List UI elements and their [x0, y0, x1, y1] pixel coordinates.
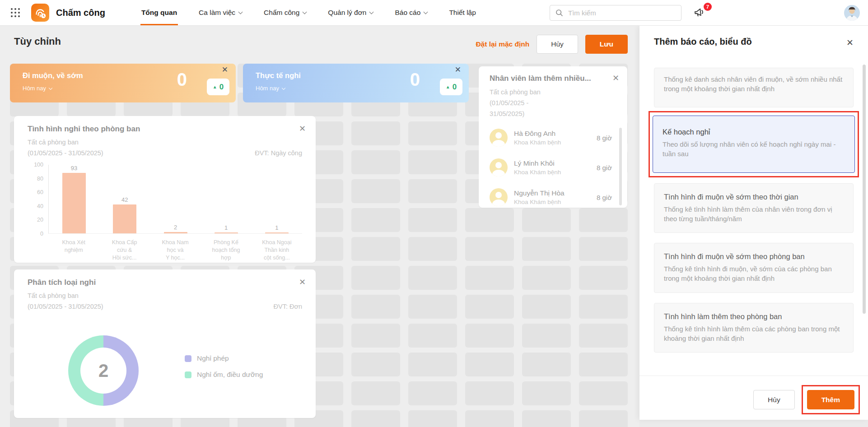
search-input[interactable] [567, 9, 676, 17]
employee-department: Khoa Khám bệnh [514, 139, 597, 146]
bar-chart: 100806040200 9342211 [28, 165, 302, 234]
panel-title: Thêm báo cáo, biểu đồ [654, 37, 752, 47]
bar [164, 232, 187, 233]
panel-add-button[interactable]: Thêm [807, 390, 854, 409]
widget-date-range: (01/05/2025 - 31/05/2025) [28, 149, 103, 157]
divider [639, 376, 868, 376]
grid-placeholder-tile [465, 266, 514, 290]
annotation-highlight: Kế hoạch nghỉTheo dõi số lượng nhân viên… [649, 111, 859, 177]
chevron-down-icon [238, 9, 243, 14]
nav-tab-label: Quản lý đơn [328, 9, 366, 17]
grid-placeholder-tile [351, 324, 400, 348]
top-navbar: Chấm công Tổng quanCa làm việcChấm côngQ… [0, 0, 868, 26]
add-report-panel: Thêm báo cáo, biểu đồ ✕ Thống kê danh sá… [639, 26, 868, 420]
grid-placeholder-tile [351, 179, 400, 203]
grid-placeholder-tile [408, 237, 457, 261]
grid-placeholder-tile [408, 150, 457, 174]
chevron-down-icon [282, 86, 285, 89]
grid-placeholder-tile [408, 324, 457, 348]
bar [215, 232, 238, 233]
bar [265, 232, 289, 233]
save-button[interactable]: Lưu [585, 35, 628, 54]
user-avatar[interactable] [844, 5, 860, 21]
legend-item: Nghỉ ốm, điều dưỡng [185, 371, 263, 379]
bar-value-label: 1 [224, 224, 228, 231]
customize-actions: Đặt lại mặc định Hủy Lưu [476, 35, 628, 54]
nav-tab-bao-cao[interactable]: Báo cáo [384, 0, 438, 25]
grid-placeholder-tile [522, 353, 571, 376]
nav-tab-label: Chấm công [264, 9, 299, 17]
close-icon[interactable]: ✕ [612, 73, 619, 83]
stat-value: 0 [410, 70, 420, 90]
period-dropdown[interactable]: Hôm nay [256, 85, 285, 92]
report-option-desc: Thống kê tình hình làm thêm của nhân viê… [664, 204, 844, 224]
stat-title: Thực tế nghỉ [256, 71, 301, 80]
grid-placeholder-tile [351, 208, 400, 232]
close-icon[interactable]: ✕ [846, 37, 854, 48]
search-icon [555, 9, 563, 17]
grid-placeholder-tile [408, 410, 457, 427]
employee-row: Lý Minh KhôiKhoa Khám bệnh8 giờ [490, 156, 612, 179]
close-icon[interactable]: ✕ [299, 277, 306, 287]
bar-value-label: 93 [71, 165, 77, 172]
scrollbar-thumb[interactable] [863, 65, 866, 314]
grid-placeholder-tile [465, 324, 514, 348]
bar [113, 204, 136, 233]
nav-tab-ca-lam-viec[interactable]: Ca làm việc [188, 0, 253, 25]
app-grid-icon[interactable] [11, 8, 20, 18]
bar-column: 1 [252, 165, 302, 233]
grid-placeholder-tile [522, 266, 571, 290]
y-axis-tick: 80 [37, 176, 43, 182]
scrollbar-thumb[interactable] [619, 128, 622, 205]
main-nav: Tổng quanCa làm việcChấm côngQuản lý đơn… [131, 0, 487, 25]
nav-tab-label: Báo cáo [395, 9, 420, 17]
y-axis-tick: 100 [34, 162, 43, 168]
grid-placeholder-tile [579, 324, 628, 348]
page-title: Tùy chỉnh [14, 36, 61, 47]
close-icon[interactable]: ✕ [299, 124, 306, 134]
bar-column: 42 [99, 165, 150, 233]
report-option-2[interactable]: Tình hình đi muộn về sớm theo thời gianT… [654, 183, 854, 233]
panel-cancel-button[interactable]: Hủy [753, 390, 795, 409]
grid-placeholder-tile [579, 237, 628, 261]
report-option-desc: Thống kê tình hình làm thêm của các phòn… [664, 324, 844, 343]
bar-value-label: 2 [174, 224, 177, 231]
nav-tab-tong-quan[interactable]: Tổng quan [131, 0, 188, 25]
grid-placeholder-tile [522, 237, 571, 261]
report-option-1[interactable]: Kế hoạch nghỉTheo dõi số lượng nhân viên… [653, 116, 855, 173]
widget-date-range: 31/05/2025) [490, 110, 524, 117]
grid-placeholder-tile [351, 266, 400, 290]
bar-category-label: Khoa Namhọc vàY học... [150, 239, 201, 262]
y-axis-tick: 20 [37, 217, 43, 223]
report-option-title: Tình hình đi muộn về sớm theo phòng ban [664, 252, 844, 261]
close-icon[interactable]: ✕ [455, 65, 461, 74]
reset-default-link[interactable]: Đặt lại mặc định [476, 40, 529, 48]
chevron-down-icon [369, 9, 374, 14]
widget-title: Nhân viên làm thêm nhiều... [490, 74, 591, 83]
bar-column: 93 [49, 165, 99, 233]
delta-badge: ▲ 0 [207, 79, 229, 95]
employee-info: Lý Minh KhôiKhoa Khám bệnh [514, 159, 597, 176]
report-option-3[interactable]: Tình hình đi muộn về sớm theo phòng banT… [654, 243, 854, 293]
search-box[interactable] [550, 5, 681, 21]
bar-category-label: Phòng Kếhoạch tổnghợp [201, 239, 251, 262]
plot-area: 9342211 [48, 165, 302, 234]
nav-tab-quan-ly-don[interactable]: Quản lý đơn [317, 0, 384, 25]
close-icon[interactable]: ✕ [222, 65, 228, 74]
report-option-0[interactable]: Thống kê danh sách nhân viên đi muộn, về… [654, 68, 854, 107]
widget-scope: Tất cả phòng ban [28, 139, 79, 146]
cancel-button[interactable]: Hủy [537, 35, 578, 54]
bar-value-label: 42 [121, 196, 128, 203]
report-option-title: Kế hoạch nghỉ [663, 128, 845, 136]
bar-category-label: Khoa Xétnghiệm [48, 239, 99, 262]
notification-button[interactable]: 7 [693, 6, 712, 21]
grid-placeholder-tile [408, 353, 457, 376]
employee-hours: 8 giờ [597, 164, 612, 172]
widget-date-range: (01/05/2025 - 31/05/2025) [28, 303, 103, 310]
app-logo-icon[interactable] [31, 4, 49, 22]
report-option-4[interactable]: Tình hình làm thêm theo phòng banThống k… [654, 303, 854, 353]
period-dropdown[interactable]: Hôm nay [23, 85, 52, 92]
nav-tab-cham-cong[interactable]: Chấm công [253, 0, 317, 25]
nav-tab-thiet-lap[interactable]: Thiết lập [438, 0, 486, 25]
stat-card-late-early: Đi muộn, về sớm Hôm nay 0 ▲ 0 ✕ [10, 64, 236, 102]
